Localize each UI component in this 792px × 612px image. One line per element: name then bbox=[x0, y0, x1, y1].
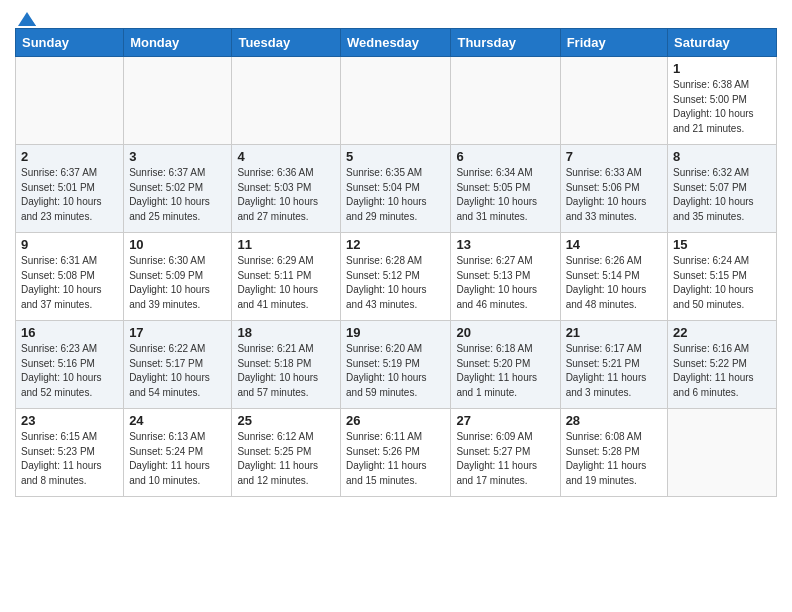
day-number: 7 bbox=[566, 149, 662, 164]
day-number: 6 bbox=[456, 149, 554, 164]
week-row-0: 1Sunrise: 6:38 AM Sunset: 5:00 PM Daylig… bbox=[16, 57, 777, 145]
week-row-2: 9Sunrise: 6:31 AM Sunset: 5:08 PM Daylig… bbox=[16, 233, 777, 321]
day-info: Sunrise: 6:37 AM Sunset: 5:01 PM Dayligh… bbox=[21, 166, 118, 224]
day-info: Sunrise: 6:08 AM Sunset: 5:28 PM Dayligh… bbox=[566, 430, 662, 488]
day-number: 10 bbox=[129, 237, 226, 252]
weekday-header-monday: Monday bbox=[124, 29, 232, 57]
calendar-cell: 24Sunrise: 6:13 AM Sunset: 5:24 PM Dayli… bbox=[124, 409, 232, 497]
calendar-cell: 23Sunrise: 6:15 AM Sunset: 5:23 PM Dayli… bbox=[16, 409, 124, 497]
calendar-cell bbox=[341, 57, 451, 145]
day-number: 17 bbox=[129, 325, 226, 340]
day-info: Sunrise: 6:38 AM Sunset: 5:00 PM Dayligh… bbox=[673, 78, 771, 136]
day-number: 24 bbox=[129, 413, 226, 428]
calendar-cell: 14Sunrise: 6:26 AM Sunset: 5:14 PM Dayli… bbox=[560, 233, 667, 321]
calendar-cell: 15Sunrise: 6:24 AM Sunset: 5:15 PM Dayli… bbox=[668, 233, 777, 321]
calendar-cell: 26Sunrise: 6:11 AM Sunset: 5:26 PM Dayli… bbox=[341, 409, 451, 497]
calendar-cell: 27Sunrise: 6:09 AM Sunset: 5:27 PM Dayli… bbox=[451, 409, 560, 497]
day-number: 26 bbox=[346, 413, 445, 428]
page: SundayMondayTuesdayWednesdayThursdayFrid… bbox=[0, 0, 792, 512]
weekday-header-row: SundayMondayTuesdayWednesdayThursdayFrid… bbox=[16, 29, 777, 57]
logo-icon bbox=[16, 10, 38, 28]
day-number: 23 bbox=[21, 413, 118, 428]
day-info: Sunrise: 6:12 AM Sunset: 5:25 PM Dayligh… bbox=[237, 430, 335, 488]
calendar-cell bbox=[451, 57, 560, 145]
day-info: Sunrise: 6:17 AM Sunset: 5:21 PM Dayligh… bbox=[566, 342, 662, 400]
day-info: Sunrise: 6:30 AM Sunset: 5:09 PM Dayligh… bbox=[129, 254, 226, 312]
calendar-cell: 8Sunrise: 6:32 AM Sunset: 5:07 PM Daylig… bbox=[668, 145, 777, 233]
day-info: Sunrise: 6:28 AM Sunset: 5:12 PM Dayligh… bbox=[346, 254, 445, 312]
calendar-cell: 18Sunrise: 6:21 AM Sunset: 5:18 PM Dayli… bbox=[232, 321, 341, 409]
calendar-cell: 7Sunrise: 6:33 AM Sunset: 5:06 PM Daylig… bbox=[560, 145, 667, 233]
day-number: 19 bbox=[346, 325, 445, 340]
calendar-cell bbox=[124, 57, 232, 145]
calendar-cell: 11Sunrise: 6:29 AM Sunset: 5:11 PM Dayli… bbox=[232, 233, 341, 321]
day-info: Sunrise: 6:35 AM Sunset: 5:04 PM Dayligh… bbox=[346, 166, 445, 224]
day-info: Sunrise: 6:18 AM Sunset: 5:20 PM Dayligh… bbox=[456, 342, 554, 400]
day-info: Sunrise: 6:36 AM Sunset: 5:03 PM Dayligh… bbox=[237, 166, 335, 224]
day-number: 22 bbox=[673, 325, 771, 340]
calendar-cell: 13Sunrise: 6:27 AM Sunset: 5:13 PM Dayli… bbox=[451, 233, 560, 321]
day-number: 27 bbox=[456, 413, 554, 428]
logo bbox=[15, 10, 39, 22]
day-info: Sunrise: 6:26 AM Sunset: 5:14 PM Dayligh… bbox=[566, 254, 662, 312]
day-number: 5 bbox=[346, 149, 445, 164]
day-number: 12 bbox=[346, 237, 445, 252]
day-number: 18 bbox=[237, 325, 335, 340]
calendar-cell: 16Sunrise: 6:23 AM Sunset: 5:16 PM Dayli… bbox=[16, 321, 124, 409]
day-info: Sunrise: 6:34 AM Sunset: 5:05 PM Dayligh… bbox=[456, 166, 554, 224]
day-info: Sunrise: 6:21 AM Sunset: 5:18 PM Dayligh… bbox=[237, 342, 335, 400]
weekday-header-saturday: Saturday bbox=[668, 29, 777, 57]
day-info: Sunrise: 6:22 AM Sunset: 5:17 PM Dayligh… bbox=[129, 342, 226, 400]
day-info: Sunrise: 6:27 AM Sunset: 5:13 PM Dayligh… bbox=[456, 254, 554, 312]
day-info: Sunrise: 6:09 AM Sunset: 5:27 PM Dayligh… bbox=[456, 430, 554, 488]
day-info: Sunrise: 6:16 AM Sunset: 5:22 PM Dayligh… bbox=[673, 342, 771, 400]
calendar-cell: 19Sunrise: 6:20 AM Sunset: 5:19 PM Dayli… bbox=[341, 321, 451, 409]
day-info: Sunrise: 6:15 AM Sunset: 5:23 PM Dayligh… bbox=[21, 430, 118, 488]
day-number: 4 bbox=[237, 149, 335, 164]
header bbox=[15, 10, 777, 22]
day-number: 1 bbox=[673, 61, 771, 76]
day-number: 13 bbox=[456, 237, 554, 252]
week-row-1: 2Sunrise: 6:37 AM Sunset: 5:01 PM Daylig… bbox=[16, 145, 777, 233]
calendar-cell: 1Sunrise: 6:38 AM Sunset: 5:00 PM Daylig… bbox=[668, 57, 777, 145]
day-number: 15 bbox=[673, 237, 771, 252]
day-number: 11 bbox=[237, 237, 335, 252]
week-row-3: 16Sunrise: 6:23 AM Sunset: 5:16 PM Dayli… bbox=[16, 321, 777, 409]
day-info: Sunrise: 6:32 AM Sunset: 5:07 PM Dayligh… bbox=[673, 166, 771, 224]
day-number: 2 bbox=[21, 149, 118, 164]
day-number: 21 bbox=[566, 325, 662, 340]
day-number: 16 bbox=[21, 325, 118, 340]
calendar-cell: 28Sunrise: 6:08 AM Sunset: 5:28 PM Dayli… bbox=[560, 409, 667, 497]
day-number: 14 bbox=[566, 237, 662, 252]
calendar-cell: 2Sunrise: 6:37 AM Sunset: 5:01 PM Daylig… bbox=[16, 145, 124, 233]
calendar-cell: 10Sunrise: 6:30 AM Sunset: 5:09 PM Dayli… bbox=[124, 233, 232, 321]
day-info: Sunrise: 6:29 AM Sunset: 5:11 PM Dayligh… bbox=[237, 254, 335, 312]
calendar-cell: 9Sunrise: 6:31 AM Sunset: 5:08 PM Daylig… bbox=[16, 233, 124, 321]
calendar-cell bbox=[560, 57, 667, 145]
day-info: Sunrise: 6:13 AM Sunset: 5:24 PM Dayligh… bbox=[129, 430, 226, 488]
weekday-header-tuesday: Tuesday bbox=[232, 29, 341, 57]
calendar-cell bbox=[232, 57, 341, 145]
calendar-cell: 5Sunrise: 6:35 AM Sunset: 5:04 PM Daylig… bbox=[341, 145, 451, 233]
calendar: SundayMondayTuesdayWednesdayThursdayFrid… bbox=[15, 28, 777, 497]
calendar-cell bbox=[668, 409, 777, 497]
calendar-cell: 3Sunrise: 6:37 AM Sunset: 5:02 PM Daylig… bbox=[124, 145, 232, 233]
day-info: Sunrise: 6:37 AM Sunset: 5:02 PM Dayligh… bbox=[129, 166, 226, 224]
day-info: Sunrise: 6:11 AM Sunset: 5:26 PM Dayligh… bbox=[346, 430, 445, 488]
day-number: 25 bbox=[237, 413, 335, 428]
weekday-header-wednesday: Wednesday bbox=[341, 29, 451, 57]
day-number: 8 bbox=[673, 149, 771, 164]
calendar-cell: 20Sunrise: 6:18 AM Sunset: 5:20 PM Dayli… bbox=[451, 321, 560, 409]
day-number: 9 bbox=[21, 237, 118, 252]
calendar-cell: 17Sunrise: 6:22 AM Sunset: 5:17 PM Dayli… bbox=[124, 321, 232, 409]
calendar-cell: 21Sunrise: 6:17 AM Sunset: 5:21 PM Dayli… bbox=[560, 321, 667, 409]
week-row-4: 23Sunrise: 6:15 AM Sunset: 5:23 PM Dayli… bbox=[16, 409, 777, 497]
calendar-cell: 25Sunrise: 6:12 AM Sunset: 5:25 PM Dayli… bbox=[232, 409, 341, 497]
day-number: 3 bbox=[129, 149, 226, 164]
calendar-cell: 4Sunrise: 6:36 AM Sunset: 5:03 PM Daylig… bbox=[232, 145, 341, 233]
day-info: Sunrise: 6:23 AM Sunset: 5:16 PM Dayligh… bbox=[21, 342, 118, 400]
calendar-cell bbox=[16, 57, 124, 145]
day-info: Sunrise: 6:24 AM Sunset: 5:15 PM Dayligh… bbox=[673, 254, 771, 312]
weekday-header-sunday: Sunday bbox=[16, 29, 124, 57]
calendar-cell: 12Sunrise: 6:28 AM Sunset: 5:12 PM Dayli… bbox=[341, 233, 451, 321]
